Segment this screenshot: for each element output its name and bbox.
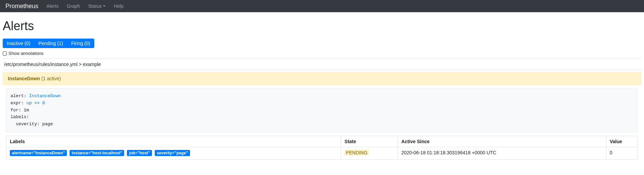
navbar-brand[interactable]: Prometheus bbox=[5, 3, 38, 10]
label-badge-severity[interactable]: severity="page" bbox=[155, 150, 190, 156]
nav-status-label: Status bbox=[88, 3, 102, 9]
table-row: alertname="InstanceDown" instance="host-… bbox=[6, 147, 638, 159]
yaml-for-line: for: 1m bbox=[11, 108, 29, 113]
alert-panel: InstanceDown (1 active) alert: InstanceD… bbox=[3, 72, 641, 160]
yaml-alert-val[interactable]: InstanceDown bbox=[29, 93, 61, 99]
main-container: Alerts Inactive (0) Pending (1) Firing (… bbox=[0, 12, 644, 166]
yaml-alert-key: alert: bbox=[11, 93, 26, 99]
label-badge-job[interactable]: job="host" bbox=[127, 150, 152, 156]
th-value: Value bbox=[606, 136, 638, 147]
alert-header[interactable]: InstanceDown (1 active) bbox=[3, 72, 641, 85]
filter-inactive-button[interactable]: Inactive (0) bbox=[3, 39, 34, 48]
nav-help[interactable]: Help bbox=[111, 2, 126, 10]
alert-name: InstanceDown bbox=[8, 76, 40, 81]
alerts-table: Labels State Active Since Value alertnam… bbox=[6, 136, 638, 160]
td-value: 0 bbox=[606, 147, 638, 159]
show-annotations-label: Show annotations bbox=[8, 51, 43, 56]
navbar: Prometheus Alerts Graph Status Help bbox=[0, 0, 644, 12]
th-active-since: Active Since bbox=[398, 136, 606, 147]
show-annotations-toggle[interactable]: Show annotations bbox=[3, 51, 641, 56]
th-state: State bbox=[341, 136, 398, 147]
rule-yaml-block: alert: InstanceDown expr: up == 0 for: 1… bbox=[6, 88, 638, 132]
caret-down-icon bbox=[103, 5, 106, 7]
label-badge-instance[interactable]: instance="host-localhost" bbox=[70, 150, 124, 156]
filter-toggle-group: Inactive (0) Pending (1) Firing (0) bbox=[3, 39, 641, 48]
page-title: Alerts bbox=[3, 19, 641, 33]
yaml-labels-line: labels: bbox=[11, 114, 29, 119]
nav-graph[interactable]: Graph bbox=[64, 2, 83, 10]
rule-path: /etc/prometheus/rules/instance.yml > exa… bbox=[3, 59, 641, 70]
filter-firing-button[interactable]: Firing (0) bbox=[67, 39, 94, 48]
alert-count: (1 active) bbox=[41, 76, 61, 81]
td-active-since: 2020-06-18 01:18:18.303196418 +0000 UTC bbox=[398, 147, 606, 159]
td-state: PENDING bbox=[341, 147, 398, 159]
nav-status[interactable]: Status bbox=[86, 2, 109, 10]
filter-pending-button[interactable]: Pending (1) bbox=[34, 39, 67, 48]
label-badge-alertname[interactable]: alertname="InstanceDown" bbox=[10, 150, 67, 156]
navbar-nav: Alerts Graph Status Help bbox=[44, 2, 129, 10]
yaml-expr-val[interactable]: up == 0 bbox=[26, 101, 45, 106]
table-header-row: Labels State Active Since Value bbox=[6, 136, 638, 147]
th-labels: Labels bbox=[6, 136, 341, 147]
td-labels: alertname="InstanceDown" instance="host-… bbox=[6, 147, 341, 159]
yaml-expr-key: expr: bbox=[11, 101, 24, 106]
state-badge: PENDING bbox=[344, 150, 369, 156]
yaml-severity-line: severity: page bbox=[11, 122, 53, 127]
nav-alerts[interactable]: Alerts bbox=[44, 2, 61, 10]
checkbox-icon bbox=[3, 51, 7, 56]
